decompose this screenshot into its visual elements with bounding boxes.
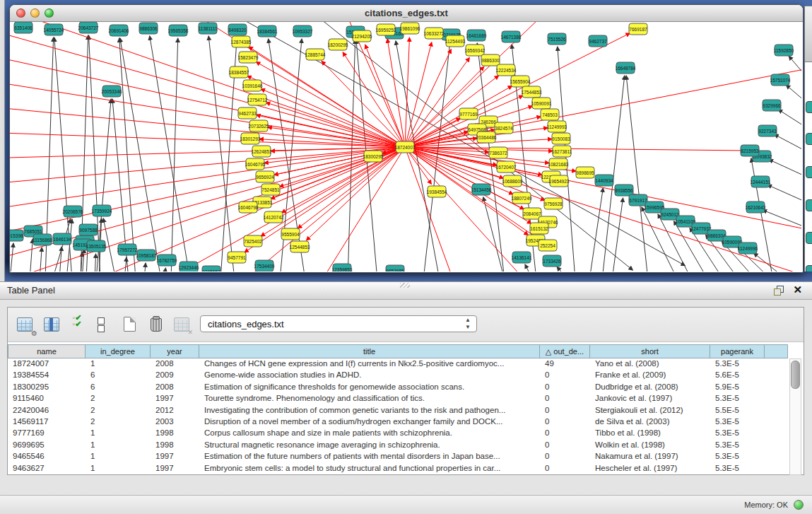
graph-edge[interactable] <box>405 147 550 179</box>
table-row[interactable]: 946554611997Estimation of the future num… <box>8 451 788 462</box>
graph-node[interactable]: 16959253 <box>376 24 396 35</box>
graph-node[interactable]: 20364486 <box>476 132 497 143</box>
graph-edge[interactable] <box>405 49 451 147</box>
graph-node[interactable]: 12224534 <box>496 64 517 76</box>
graph-node[interactable]: 9898695 <box>576 167 594 178</box>
graph-node[interactable]: 17957272 <box>117 244 138 255</box>
graph-edge[interactable] <box>171 38 178 271</box>
graph-node[interactable]: 9227343 <box>758 125 777 136</box>
graph-node[interactable]: 16648784 <box>616 62 636 74</box>
graph-edge[interactable] <box>10 54 405 147</box>
graph-edge[interactable] <box>405 33 630 147</box>
graph-node[interactable]: 11249993 <box>547 121 567 132</box>
row-height-button[interactable] <box>91 315 111 334</box>
graph-node[interactable]: 10953327 <box>293 25 313 37</box>
graph-edge[interactable] <box>778 110 801 127</box>
graph-node[interactable]: 18724007 <box>395 141 416 153</box>
column-header-year[interactable]: year <box>151 344 199 358</box>
graph-node[interactable]: 12754712 <box>247 94 268 105</box>
graph-node[interactable]: 9462733 <box>238 107 257 119</box>
graph-node[interactable]: 12874385 <box>231 36 252 47</box>
graph-edge[interactable] <box>261 147 405 236</box>
graph-node[interactable]: 19654923 <box>549 175 570 187</box>
graph-node[interactable]: 18807249 <box>512 192 532 204</box>
graph-node[interactable]: 9462737 <box>589 35 607 47</box>
table-row[interactable]: 2242004622012Investigating the contribut… <box>8 405 788 416</box>
new-column-button[interactable] <box>119 315 139 334</box>
graph-node[interactable]: 12544853 <box>290 241 310 252</box>
graph-node[interactable]: 12624851 <box>252 146 272 157</box>
graph-edge[interactable] <box>30 239 33 271</box>
graph-node[interactable]: 252254 <box>539 240 557 251</box>
column-header-in_degree[interactable]: in_degree <box>86 344 151 358</box>
delete-table-button[interactable]: ✕ <box>172 315 192 334</box>
network-canvas[interactable]: 6351406140557242064372720691406988630619… <box>10 22 801 271</box>
table-row[interactable]: 1872400712008Changes of HCN gene express… <box>8 358 788 370</box>
graph-edge[interactable] <box>95 254 96 271</box>
close-panel-icon[interactable]: ✕ <box>793 284 802 296</box>
graph-edge[interactable] <box>525 264 533 271</box>
graph-node[interactable]: 16569342 <box>465 45 486 56</box>
graph-node[interactable]: 14671388 <box>501 31 522 42</box>
table-row[interactable]: 911546021997Tourette syndrome. Phenomeno… <box>8 393 788 404</box>
column-header-short[interactable]: short <box>590 344 710 358</box>
delete-column-button[interactable] <box>146 315 166 334</box>
graph-node[interactable]: 18384557 <box>229 66 249 78</box>
citation-network-graph[interactable]: 6351406140557242064372720691406988630619… <box>10 22 801 271</box>
graph-node[interactable]: 748503 <box>541 109 559 120</box>
scrollbar-thumb[interactable] <box>791 361 800 389</box>
graph-node[interactable]: 20053346 <box>102 86 122 97</box>
graph-node[interactable]: 20691406 <box>109 25 129 36</box>
graph-node[interactable]: 8215953 <box>741 145 759 156</box>
graph-edge[interactable] <box>769 160 801 176</box>
column-header-name[interactable]: name <box>8 344 86 358</box>
graph-node[interactable]: 9150083 <box>552 133 570 144</box>
graph-node[interactable]: 19384554 <box>427 186 447 197</box>
graph-node[interactable]: 16046795 <box>245 158 266 170</box>
table-row[interactable]: 1938455462009Genome-wide association stu… <box>8 370 788 381</box>
graph-node[interactable]: 16720407 <box>496 161 517 173</box>
graph-edge[interactable] <box>786 85 801 101</box>
graph-node[interactable]: 11381111 <box>199 23 218 34</box>
graph-node[interactable]: 1615132 <box>530 223 548 234</box>
graph-node[interactable]: 7515526 <box>548 33 566 45</box>
graph-node[interactable]: 10391646 <box>242 80 263 91</box>
graph-node[interactable]: 9097588 <box>79 224 98 235</box>
graph-node[interactable]: 7825402 <box>244 235 262 247</box>
close-traffic-light-icon[interactable] <box>16 8 25 18</box>
table-vertical-scrollbar[interactable] <box>789 358 801 475</box>
graph-edge[interactable] <box>10 243 13 271</box>
graph-node[interactable]: 11592850 <box>774 45 794 56</box>
graph-node[interactable]: 9777169 <box>459 108 478 119</box>
graph-edge[interactable] <box>124 257 126 271</box>
graph-node[interactable]: 15823479 <box>238 52 259 63</box>
table-row[interactable]: 1830029562008Estimation of significance … <box>8 382 788 393</box>
graph-node[interactable]: 9756928 <box>544 198 563 209</box>
graph-node[interactable]: 20206576 <box>63 206 83 217</box>
graph-node[interactable]: 10590091 <box>531 98 552 109</box>
graph-node[interactable]: 18301293 <box>240 133 261 144</box>
graph-node[interactable]: 3824574 <box>495 122 513 134</box>
graph-edge[interactable] <box>775 134 801 151</box>
graph-node[interactable]: 12359853 <box>332 264 353 271</box>
graph-node[interactable]: 16461689 <box>466 30 487 41</box>
column-header-out_de[interactable]: △ out_de... <box>540 344 590 358</box>
minimize-traffic-light-icon[interactable] <box>30 8 40 18</box>
graph-node[interactable]: 15134456 <box>471 184 492 195</box>
graph-edge[interactable] <box>751 158 773 271</box>
graph-edge[interactable] <box>387 39 405 147</box>
graph-node[interactable]: 10958187 <box>136 250 157 261</box>
graph-node[interactable]: 8498320 <box>228 24 247 35</box>
table-row[interactable]: 977716911998Corpus callosum shape and si… <box>8 428 788 439</box>
graph-node[interactable]: 3915398 <box>10 230 23 241</box>
table-row[interactable]: 946362711997Embryonic stem cells: a mode… <box>8 463 788 474</box>
graph-node[interactable]: 12923446 <box>179 262 199 271</box>
graph-edge[interactable] <box>274 147 405 175</box>
graph-node[interactable]: 7669187 <box>629 23 647 35</box>
graph-edge[interactable] <box>268 127 405 147</box>
graph-node[interactable]: 9886300 <box>481 54 500 66</box>
graph-node[interactable]: 10688609 <box>502 175 523 187</box>
graph-node[interactable]: 18384561 <box>257 25 278 37</box>
table-row[interactable]: 1456911722003Disruption of a novel membe… <box>8 416 788 428</box>
graph-edge[interactable] <box>589 188 603 271</box>
